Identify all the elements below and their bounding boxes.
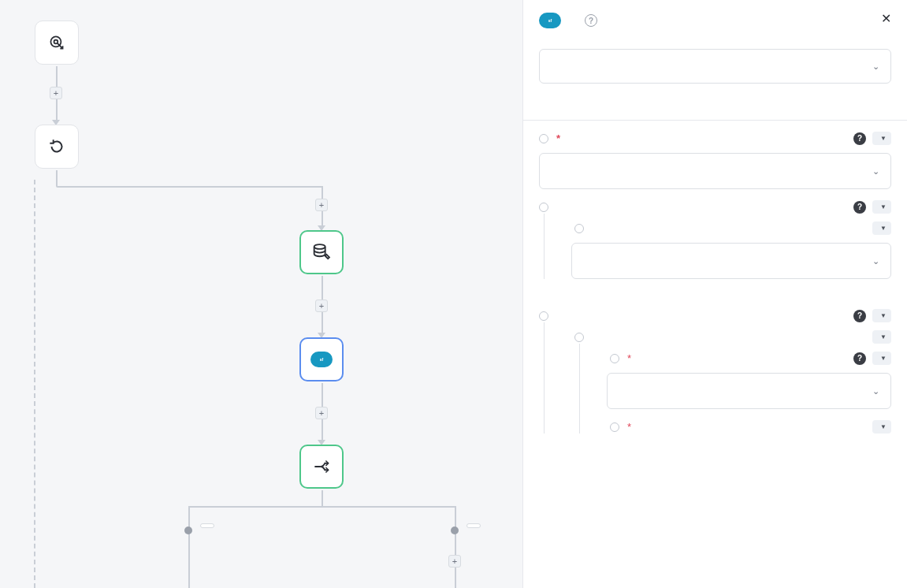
field-condition: ▼ [559, 322, 907, 344]
chevron-down-icon: ⌄ [872, 386, 879, 396]
type-pill-list[interactable]: ▼ [872, 200, 891, 214]
radio-icon[interactable] [574, 333, 584, 342]
add-step-button[interactable]: + [50, 87, 62, 99]
loop-icon [35, 125, 79, 169]
type-pill-list[interactable]: ▼ [872, 309, 891, 322]
connector [56, 186, 322, 188]
connector [56, 170, 58, 186]
branch-dot [451, 527, 459, 534]
salesforce-icon: sf [299, 337, 344, 381]
chevron-down-icon: ⌄ [872, 166, 879, 177]
panel-header: sf ? [523, 0, 907, 35]
radio-icon[interactable] [610, 422, 619, 432]
step-config-panel: sf ? ✕ ⌄ * ? ▼ ⌄ ? [522, 0, 907, 588]
field-field: ▼ [559, 214, 907, 235]
branch-label-false [200, 523, 214, 528]
chevron-down-icon: ⌄ [872, 256, 879, 266]
condition-field-select[interactable]: ⌄ [607, 373, 891, 409]
node-boolean-condition[interactable] [299, 445, 344, 489]
radio-icon[interactable] [539, 311, 548, 321]
field-value-select[interactable]: ⌄ [571, 243, 891, 279]
add-step-button[interactable]: + [315, 199, 328, 211]
operation-select[interactable]: ⌄ [539, 49, 891, 84]
field-label: * [627, 352, 631, 364]
field-label: * [556, 132, 560, 144]
workflow-canvas[interactable]: + + + sf [0, 0, 522, 588]
add-to-fields-link[interactable] [523, 279, 907, 298]
panel-tabs [523, 99, 907, 121]
type-pill-text[interactable]: ▼ [872, 132, 891, 145]
connector [455, 506, 456, 588]
field-conditions: ? ▼ [523, 298, 907, 322]
operation-label [523, 35, 907, 49]
type-pill-text[interactable]: ▼ [872, 221, 891, 235]
add-step-button[interactable]: + [315, 407, 328, 419]
help-icon[interactable]: ? [853, 201, 866, 214]
help-icon[interactable]: ? [853, 310, 866, 322]
radio-icon[interactable] [539, 203, 548, 212]
connector-dashed [34, 180, 35, 588]
record-type-select[interactable]: ⌄ [539, 153, 891, 189]
connector [188, 506, 190, 588]
type-pill-text[interactable]: ▼ [872, 420, 891, 434]
field-fields: ? ▼ [523, 189, 907, 214]
node-manual-trigger[interactable] [35, 20, 79, 65]
branch-dot [184, 527, 192, 534]
storage-icon [299, 230, 344, 274]
connector [188, 506, 456, 508]
branch-icon [299, 445, 344, 489]
radio-icon[interactable] [610, 354, 619, 363]
node-get-lead[interactable]: sf [299, 337, 344, 381]
svg-point-1 [54, 40, 58, 44]
cursor-click-icon [35, 20, 79, 65]
help-icon[interactable]: ? [853, 352, 866, 365]
svg-point-2 [314, 244, 325, 249]
branch-label-true [467, 523, 481, 528]
type-pill-object[interactable]: ▼ [872, 330, 891, 344]
field-record-type: * ? ▼ [523, 121, 907, 145]
connector [322, 490, 323, 506]
add-step-button[interactable]: + [448, 555, 461, 568]
field-label: * [627, 421, 631, 433]
condition-operator: * ▼ [594, 409, 907, 434]
add-step-button[interactable]: + [315, 300, 328, 312]
radio-icon[interactable] [539, 134, 548, 143]
radio-icon[interactable] [574, 224, 584, 233]
condition-field: * ? ▼ [594, 344, 907, 365]
chevron-down-icon: ⌄ [872, 61, 879, 72]
node-paginate[interactable] [35, 125, 79, 169]
node-get-offset[interactable] [299, 230, 344, 274]
salesforce-icon: sf [539, 13, 561, 28]
close-icon[interactable]: ✕ [881, 11, 891, 26]
type-pill-text[interactable]: ▼ [872, 352, 891, 365]
help-icon[interactable]: ? [585, 14, 597, 27]
help-icon[interactable]: ? [853, 132, 866, 145]
